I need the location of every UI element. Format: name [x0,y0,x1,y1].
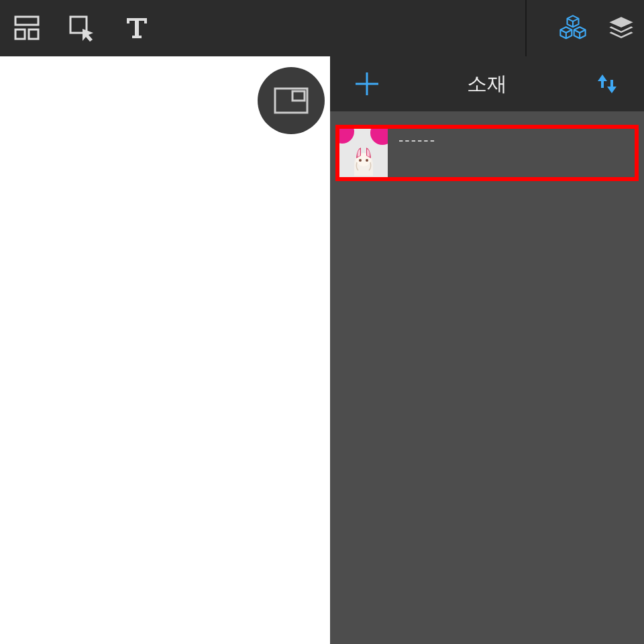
svg-rect-0 [15,17,38,25]
materials-panel: 소재 [330,56,644,644]
sort-button[interactable] [590,67,624,101]
pip-toggle-button[interactable] [258,67,325,134]
svg-rect-2 [29,30,38,39]
cubes-icon [558,11,588,46]
text-icon [124,15,150,41]
select-tool-button[interactable] [67,13,97,43]
top-toolbar [0,0,644,56]
toolbar-divider [525,0,527,56]
layout-icon [13,15,40,42]
material-thumbnail [339,129,388,177]
character-thumbnail-art [347,145,380,176]
materials-tab-button[interactable] [558,13,588,43]
panel-title: 소재 [467,70,507,98]
svg-rect-5 [292,91,305,101]
materials-list: ------ [330,111,644,644]
plus-icon [353,70,381,98]
toolbar-right-group [558,0,636,56]
pip-frame-icon [274,87,309,114]
svg-point-10 [366,159,368,162]
panel-header: 소재 [330,56,644,111]
toolbar-left-group [8,13,152,43]
material-item-label: ------ [388,129,436,149]
select-cursor-icon [68,14,96,42]
svg-point-9 [359,159,362,162]
layers-icon [606,11,636,45]
layers-tab-button[interactable] [606,13,636,43]
add-material-button[interactable] [350,67,384,101]
sort-arrows-icon [594,70,621,97]
canvas-area[interactable] [0,56,330,644]
layout-tool-button[interactable] [12,13,42,43]
body-area: 소재 [0,56,644,644]
svg-rect-1 [15,30,25,39]
text-tool-button[interactable] [122,13,152,43]
material-item[interactable]: ------ [335,125,639,181]
